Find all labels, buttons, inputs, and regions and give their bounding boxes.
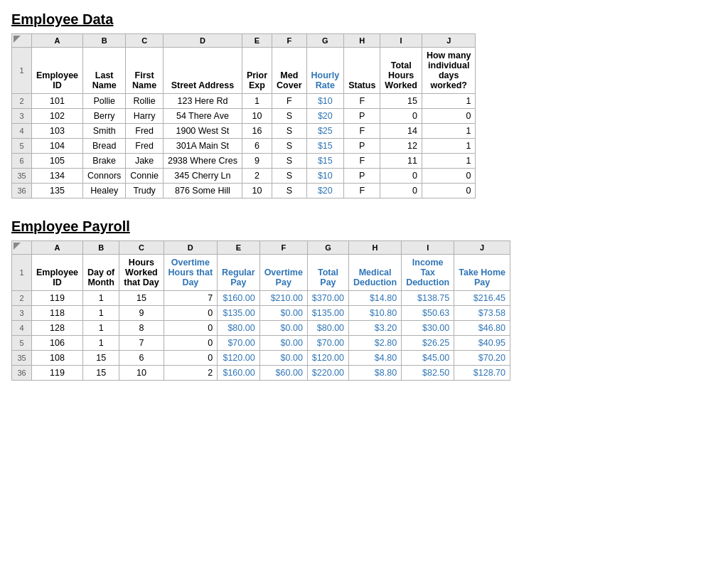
- cell: 9: [242, 154, 272, 169]
- cell: Smith: [83, 124, 126, 139]
- cell: 0: [164, 306, 218, 321]
- cell: 15: [380, 94, 422, 109]
- cell: F: [344, 94, 380, 109]
- cell: 345 Cherry Ln: [163, 169, 242, 184]
- col-e-header: E: [242, 34, 272, 48]
- header-street-address: Street Address: [163, 48, 242, 94]
- cell: Connors: [83, 169, 126, 184]
- cell: P: [344, 109, 380, 124]
- cell: 2938 Where Cres: [163, 154, 242, 169]
- cell: 0: [380, 184, 422, 198]
- cell: 1: [422, 154, 476, 169]
- cell: $4.80: [349, 351, 402, 366]
- cell: S: [272, 184, 306, 198]
- p-header-total-pay: TotalPay: [307, 255, 348, 291]
- employee-payroll-container: A B C D E F G H I J 1 EmployeeID Day ofM…: [11, 240, 717, 381]
- p-header-income-tax: IncomeTaxDeduction: [402, 255, 454, 291]
- header-first-name: FirstName: [126, 48, 164, 94]
- cell: $0.00: [259, 351, 307, 366]
- cell: $50.63: [402, 306, 454, 321]
- cell: P: [344, 169, 380, 184]
- cell: 876 Some Hill: [163, 184, 242, 198]
- pcol-h-header: H: [349, 241, 402, 255]
- cell: 7: [119, 336, 164, 351]
- cell: $14.80: [349, 291, 402, 306]
- cell: $60.00: [259, 366, 307, 381]
- pcol-a-header: A: [32, 241, 83, 255]
- cell: $82.50: [402, 366, 454, 381]
- employee-data-container: A B C D E F G H I J 1 EmployeeID LastNam…: [11, 33, 717, 198]
- header-status: Status: [344, 48, 380, 94]
- cell: Berry: [83, 109, 126, 124]
- col-a-header: A: [32, 34, 83, 48]
- cell: $26.25: [402, 336, 454, 351]
- cell: 0: [422, 184, 476, 198]
- cell: $40.95: [454, 336, 510, 351]
- cell: $2.80: [349, 336, 402, 351]
- table-row: 351081560$120.00$0.00$120.00$4.80$45.00$…: [12, 351, 510, 366]
- pcol-f-header: F: [259, 241, 307, 255]
- p-header-day-of-month: Day ofMonth: [83, 255, 119, 291]
- cell: Fred: [126, 124, 164, 139]
- cell: Healey: [83, 184, 126, 198]
- cell: 108: [32, 351, 83, 366]
- cell: 15: [83, 351, 119, 366]
- table-row: 3118190$135.00$0.00$135.00$10.80$50.63$7…: [12, 306, 510, 321]
- table-row: 4103SmithFred1900 West St16S$25F141: [12, 124, 476, 139]
- cell: $70.00: [218, 336, 260, 351]
- cell: 0: [380, 109, 422, 124]
- cell: 118: [32, 306, 83, 321]
- cell: 135: [32, 184, 83, 198]
- cell: 104: [32, 139, 83, 154]
- table-row: 6105BrakeJake2938 Where Cres9S$15F111: [12, 154, 476, 169]
- cell: $160.00: [218, 291, 260, 306]
- row-num-4: 4: [12, 321, 32, 336]
- cell: S: [272, 124, 306, 139]
- cell: Fred: [126, 139, 164, 154]
- cell: $138.75: [402, 291, 454, 306]
- cell: 6: [242, 139, 272, 154]
- cell: 102: [32, 109, 83, 124]
- header-last-name: LastName: [83, 48, 126, 94]
- col-g-header: G: [306, 34, 344, 48]
- cell: $73.58: [454, 306, 510, 321]
- table-row: 21191157$160.00$210.00$370.00$14.80$138.…: [12, 291, 510, 306]
- p-header-hours-worked: HoursWorkedthat Day: [119, 255, 164, 291]
- cell: 119: [32, 366, 83, 381]
- cell: $10: [306, 169, 344, 184]
- col-h-header: H: [344, 34, 380, 48]
- cell: $70.20: [454, 351, 510, 366]
- cell: 101: [32, 94, 83, 109]
- employee-payroll-title: Employee Payroll: [11, 218, 717, 235]
- cell: $15: [306, 139, 344, 154]
- cell: F: [344, 184, 380, 198]
- row-num-6: 6: [12, 154, 32, 169]
- employee-data-table: A B C D E F G H I J 1 EmployeeID LastNam…: [11, 33, 476, 198]
- cell: 1: [83, 336, 119, 351]
- pcol-c-header: C: [119, 241, 164, 255]
- table-row: 3102BerryHarry54 There Ave10S$20P00: [12, 109, 476, 124]
- row-num-1: 1: [12, 48, 32, 94]
- cell: 10: [242, 109, 272, 124]
- cell: $120.00: [218, 351, 260, 366]
- cell: $370.00: [307, 291, 348, 306]
- cell: F: [272, 94, 306, 109]
- cell: $210.00: [259, 291, 307, 306]
- row-num-4: 4: [12, 124, 32, 139]
- col-b-header: B: [83, 34, 126, 48]
- cell: Connie: [126, 169, 164, 184]
- cell: 1: [242, 94, 272, 109]
- cell: 1: [422, 124, 476, 139]
- cell: $10: [306, 94, 344, 109]
- p-header-overtime-hours: OvertimeHours thatDay: [164, 255, 218, 291]
- cell: $3.20: [349, 321, 402, 336]
- col-j-header: J: [422, 34, 476, 48]
- pcol-d-header: D: [164, 241, 218, 255]
- row-num-36: 36: [12, 366, 32, 381]
- cell: 16: [242, 124, 272, 139]
- cell: 8: [119, 321, 164, 336]
- cell: Jake: [126, 154, 164, 169]
- pcol-i-header: I: [402, 241, 454, 255]
- header-prior-exp: PriorExp: [242, 48, 272, 94]
- cell: 134: [32, 169, 83, 184]
